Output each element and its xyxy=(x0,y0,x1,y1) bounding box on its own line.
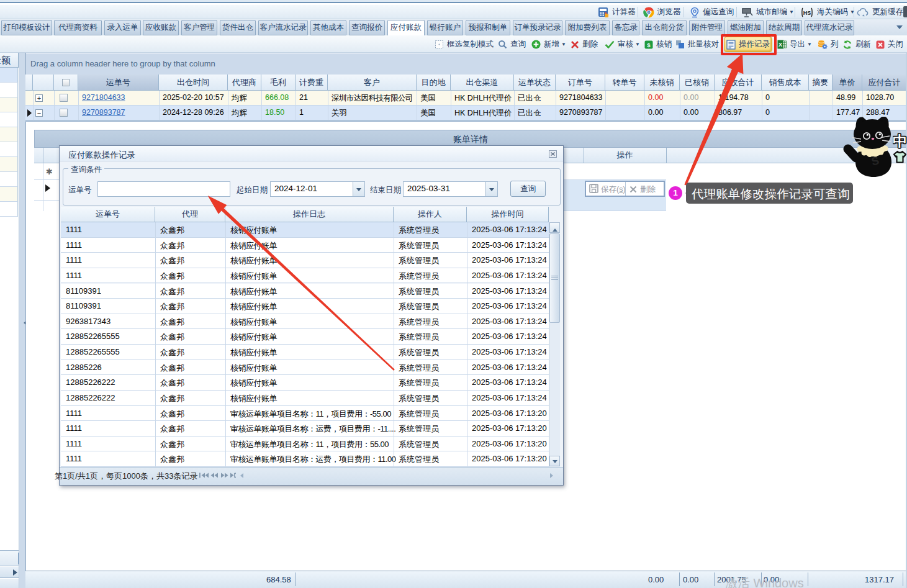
svg-text:X: X xyxy=(778,42,782,48)
svg-text:HS: HS xyxy=(803,9,811,16)
svg-text:$: $ xyxy=(647,41,651,48)
svg-text:中: 中 xyxy=(893,133,907,149)
